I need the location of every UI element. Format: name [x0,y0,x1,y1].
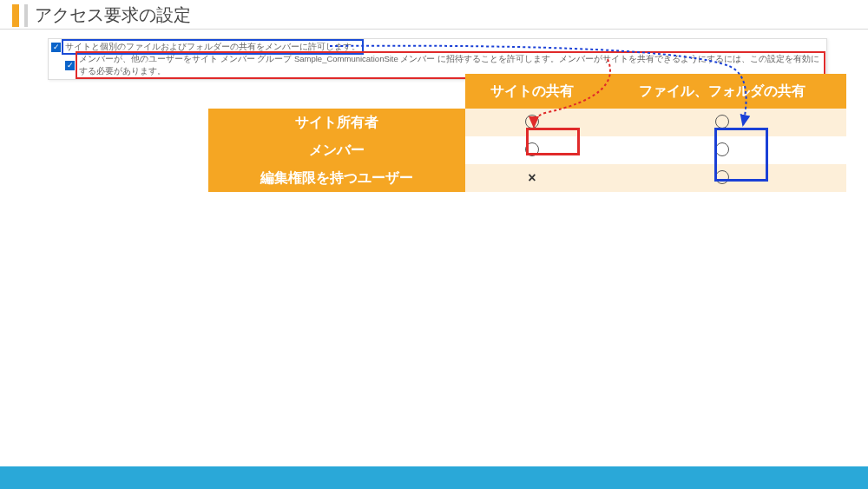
cross-icon: × [528,170,536,185]
cell-edit-site: × [465,164,599,192]
table-header-row: サイトの共有 ファイル、フォルダの共有 [208,74,846,109]
title-accent-gray [24,4,28,27]
header-blank [208,74,465,109]
circle-icon [715,115,729,129]
page-title: アクセス要求の設定 [35,3,191,27]
circle-icon [525,115,539,129]
row-label-owner: サイト所有者 [208,109,465,136]
header-file-share: ファイル、フォルダの共有 [599,74,846,109]
checkbox-label-1: サイトと個別のファイルおよびフォルダーの共有をメンバーに許可します。 [63,41,362,53]
red-highlight-box [526,128,580,155]
header-site-share: サイトの共有 [465,74,599,109]
title-accent-orange [12,4,19,27]
row-label-edit-user: 編集権限を持つユーザー [208,164,465,192]
checkbox-row-allow-file-share: ✓ サイトと個別のファイルおよびフォルダーの共有をメンバーに許可します。 [51,41,824,53]
row-label-member: メンバー [208,136,465,164]
title-divider [0,29,868,30]
blue-highlight-box [714,128,768,182]
footer-band [0,466,868,489]
checkbox-checked-icon[interactable]: ✓ [51,43,61,52]
page-title-bar: アクセス要求の設定 [12,3,191,27]
checkbox-checked-icon[interactable]: ✓ [65,61,75,70]
